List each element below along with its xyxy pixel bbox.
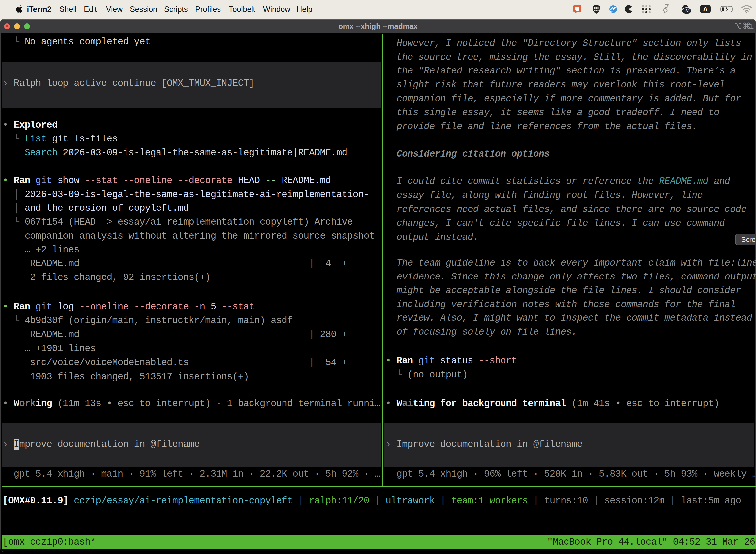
svg-text:..61: ..61 bbox=[683, 9, 690, 13]
svg-text:1: 1 bbox=[750, 22, 754, 30]
